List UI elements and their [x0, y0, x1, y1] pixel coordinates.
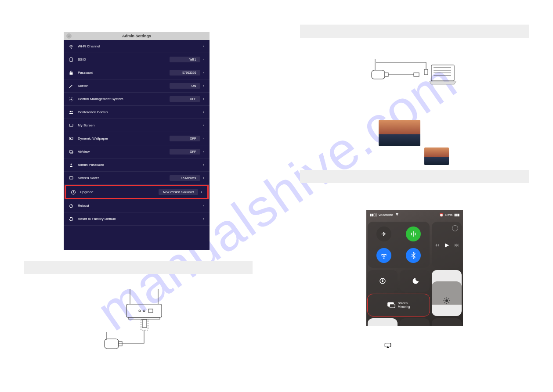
wallpaper-icon — [68, 136, 74, 142]
brightness-slider[interactable] — [432, 270, 462, 316]
chevron-right-icon: › — [203, 58, 204, 61]
svg-rect-31 — [424, 69, 428, 75]
section-bar-1 — [24, 261, 253, 274]
svg-rect-19 — [142, 320, 147, 327]
screensaver-value: 15 Minutes — [170, 175, 200, 181]
media-tile[interactable]: ⏮ ▶ ⏭ — [432, 222, 462, 268]
row-reboot[interactable]: Reboot › — [64, 199, 210, 212]
chevron-right-icon: › — [203, 71, 204, 75]
do-not-disturb-button[interactable] — [400, 270, 430, 292]
wifi-label: Wi-Fi Channel — [78, 44, 203, 48]
svg-rect-26 — [385, 73, 388, 76]
chevron-right-icon: › — [203, 204, 204, 208]
svg-rect-14 — [127, 304, 162, 317]
airview-icon — [68, 149, 74, 155]
chevron-right-icon: › — [203, 123, 204, 127]
row-screensaver[interactable]: Screen Saver 15 Minutes › — [64, 172, 210, 185]
screen-mirroring-icon — [387, 302, 395, 309]
wifi-icon — [68, 43, 74, 50]
section-bar-2 — [300, 25, 529, 38]
svg-rect-25 — [372, 70, 385, 79]
alarm-icon: ⏰ — [439, 213, 444, 217]
admin-header: ‹ Admin Settings — [64, 32, 210, 40]
chevron-right-icon: › — [201, 190, 202, 194]
wifi-button[interactable] — [376, 248, 391, 263]
chevron-right-icon: › — [203, 137, 204, 140]
orientation-lock-button[interactable] — [368, 270, 398, 292]
chevron-right-icon: › — [203, 217, 204, 221]
svg-point-4 — [72, 111, 73, 112]
router-diagram — [100, 284, 170, 355]
forward-icon[interactable]: ⏭ — [454, 242, 459, 248]
timer-button[interactable] — [432, 318, 462, 326]
upgrade-value: New version available! — [159, 189, 198, 195]
chevron-right-icon: › — [203, 110, 204, 114]
row-wifi-channel[interactable]: Wi-Fi Channel › — [64, 40, 210, 53]
row-myscreen[interactable]: My Screen › — [64, 119, 210, 132]
bluetooth-button[interactable] — [406, 248, 421, 263]
svg-rect-21 — [105, 339, 119, 349]
row-upgrade[interactable]: Upgrade New version available! › — [66, 186, 207, 198]
pen-icon — [68, 83, 74, 89]
svg-rect-18 — [148, 309, 153, 313]
adminpwd-label: Admin Password — [78, 163, 203, 167]
chevron-right-icon: › — [203, 163, 204, 167]
chevron-right-icon: › — [203, 97, 204, 101]
upgrade-label: Upgrade — [80, 190, 159, 194]
transmitter-laptop-diagram — [370, 57, 458, 92]
svg-point-2 — [71, 98, 72, 100]
svg-rect-20 — [141, 320, 148, 330]
row-cms[interactable]: Central Management System OFF › — [64, 93, 210, 106]
connectivity-tile[interactable]: ✈ — [368, 222, 430, 268]
airplane-mode-button[interactable]: ✈ — [376, 227, 391, 241]
cms-label: Central Management System — [78, 97, 170, 101]
svg-rect-7 — [69, 151, 72, 153]
reset-icon — [68, 216, 74, 222]
row-conference[interactable]: Conference Control › — [64, 106, 210, 119]
section-bar-3 — [300, 170, 529, 183]
tv-display — [379, 120, 420, 146]
status-bar: ▮▮▯▯ vodafone ⏰ 85% ▮▮▮ — [366, 210, 463, 219]
svg-point-8 — [71, 163, 72, 165]
row-password[interactable]: Password 57953350 › — [64, 66, 210, 79]
admin-title: Admin Settings — [122, 34, 151, 38]
user-icon — [68, 162, 74, 168]
volume-slider[interactable] — [368, 318, 398, 326]
ios-control-center: ▮▮▯▯ vodafone ⏰ 85% ▮▮▮ ✈ ⏮ ▶ ⏭ — [366, 210, 463, 326]
dw-value: OFF — [170, 136, 200, 141]
row-dynamic-wallpaper[interactable]: Dynamic Wallpaper OFF › — [64, 132, 210, 145]
row-airview[interactable]: AirView OFF › — [64, 145, 210, 158]
carrier-label: vodafone — [379, 213, 393, 217]
svg-rect-15 — [128, 317, 160, 319]
svg-rect-5 — [69, 124, 73, 126]
row-admin-password[interactable]: Admin Password › — [64, 158, 210, 172]
airview-label: AirView — [78, 150, 170, 154]
svg-rect-23 — [119, 342, 122, 346]
sketch-label: Sketch — [78, 84, 170, 88]
screen-mirroring-button[interactable]: Screen Mirroring — [368, 294, 430, 316]
svg-rect-1 — [70, 72, 73, 75]
flashlight-button[interactable] — [400, 318, 430, 326]
cellular-button[interactable] — [406, 227, 421, 241]
back-icon[interactable]: ‹ — [66, 33, 72, 39]
reset-label: Reset to Factory Default — [78, 217, 203, 221]
signal-icon: ▮▮▯▯ — [370, 213, 377, 217]
wifi-status-icon — [395, 212, 399, 217]
screensaver-icon — [68, 175, 74, 181]
svg-point-17 — [143, 310, 145, 312]
sketch-value: ON — [170, 83, 200, 89]
upgrade-highlight-box: Upgrade New version available! › — [65, 185, 209, 199]
svg-point-3 — [70, 111, 71, 112]
play-icon[interactable]: ▶ — [445, 242, 449, 248]
airplay-audio-icon[interactable] — [452, 225, 458, 231]
row-sketch[interactable]: Sketch ON › — [64, 79, 210, 93]
row-reset[interactable]: Reset to Factory Default › — [64, 212, 210, 226]
ssid-value: WB1 — [170, 57, 200, 62]
password-value: 57953350 — [170, 70, 200, 76]
svg-point-39 — [445, 299, 448, 302]
rewind-icon[interactable]: ⏮ — [434, 242, 440, 248]
svg-point-16 — [139, 310, 141, 312]
row-ssid[interactable]: SSID WB1 › — [64, 53, 210, 66]
airview-value: OFF — [170, 149, 200, 155]
upgrade-icon — [70, 189, 76, 195]
